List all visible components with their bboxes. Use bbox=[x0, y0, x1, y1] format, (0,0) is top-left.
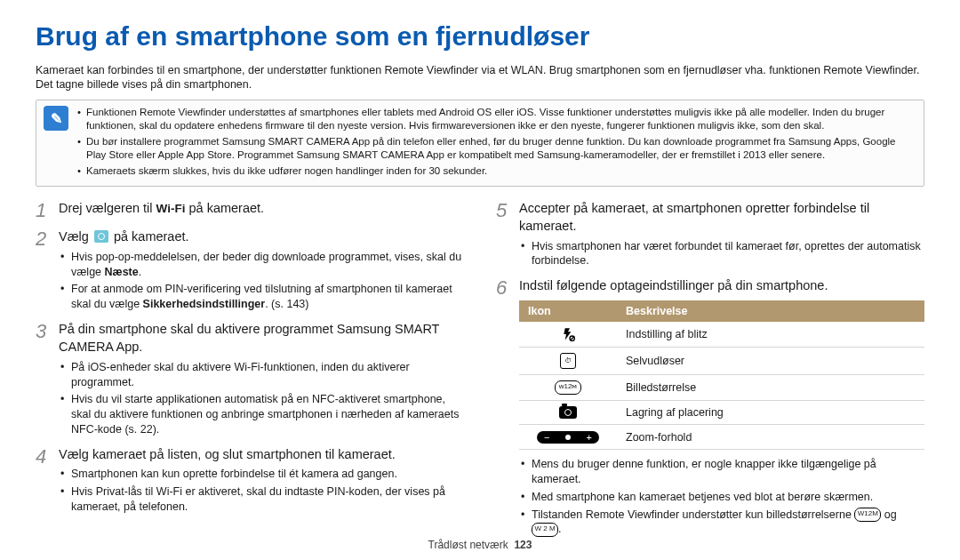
note-item: Kameraets skærm slukkes, hvis du ikke ud… bbox=[77, 164, 916, 178]
flash-icon bbox=[519, 322, 617, 348]
bullet-icon bbox=[77, 135, 86, 162]
step-text: Vælg på kameraet. bbox=[59, 228, 464, 245]
step-number: 5 bbox=[496, 199, 519, 271]
step-sub-item: Hvis smartphonen har været forbundet til… bbox=[519, 239, 924, 269]
note-text: Kameraets skærm slukkes, hvis du ikke ud… bbox=[86, 164, 487, 178]
table-header-icon: Ikon bbox=[519, 300, 617, 322]
step-2: 2 Vælg på kameraet. Hvis pop-op-meddelel… bbox=[36, 228, 464, 315]
settings-table: Ikon Beskrivelse Indstilling af blitz bbox=[519, 300, 924, 450]
bullet-icon bbox=[60, 484, 71, 515]
bullet-icon bbox=[60, 250, 71, 280]
bullet-icon bbox=[521, 490, 532, 505]
step-1: 1 Drej vælgeren til Wi-Fi på kameraet. bbox=[36, 199, 464, 222]
step-sub-item: Smartphonen kan kun oprette forbindelse … bbox=[59, 467, 464, 482]
camera-icon bbox=[519, 400, 617, 425]
step-sub-item: For at anmode om PIN-verificering ved ti… bbox=[59, 282, 464, 312]
step-number: 4 bbox=[36, 445, 59, 517]
document-page: Brug af en smartphone som en fjernudløse… bbox=[0, 0, 960, 560]
note-item: Funktionen Remote Viewfinder understøtte… bbox=[77, 106, 916, 132]
step-text: Indstil følgende optageindstillinger på … bbox=[519, 276, 924, 294]
bullet-icon bbox=[77, 106, 86, 132]
step-sub-item: Hvis pop-op-meddelelsen, der beder dig d… bbox=[59, 250, 464, 280]
step-number: 1 bbox=[36, 199, 59, 222]
step-4: 4 Vælg kameraet på listen, og slut smart… bbox=[36, 445, 464, 517]
table-cell: Selvudløser bbox=[617, 347, 924, 374]
zoom-icon bbox=[519, 425, 617, 450]
step-5: 5 Accepter på kameraet, at smartphonen o… bbox=[496, 199, 924, 271]
step-number: 3 bbox=[36, 320, 59, 440]
svg-line-1 bbox=[571, 336, 574, 340]
remote-viewfinder-icon bbox=[94, 230, 108, 243]
right-column: 5 Accepter på kameraet, at smartphonen o… bbox=[496, 199, 924, 545]
bullet-icon bbox=[77, 164, 86, 178]
table-row: Zoom-forhold bbox=[519, 425, 924, 450]
step-3: 3 På din smartphone skal du aktivere pro… bbox=[36, 320, 464, 440]
table-header-desc: Beskrivelse bbox=[617, 300, 924, 322]
bullet-icon bbox=[521, 508, 532, 538]
step-text: Accepter på kameraet, at smartphonen opr… bbox=[519, 199, 924, 236]
bullet-icon bbox=[60, 360, 71, 390]
note-list: Funktionen Remote Viewfinder understøtte… bbox=[77, 106, 916, 180]
page-title: Brug af en smartphone som en fjernudløse… bbox=[36, 21, 924, 52]
page-footer: Trådløst netværk 123 bbox=[0, 539, 960, 551]
step-number: 6 bbox=[496, 276, 519, 540]
intro-paragraph: Kameraet kan forbindes til en smartphone… bbox=[36, 63, 924, 93]
step-sub-item: Tilstanden Remote Viewfinder understøtte… bbox=[519, 508, 924, 538]
wifi-label: Wi-Fi bbox=[156, 202, 186, 215]
bullet-icon bbox=[521, 457, 532, 487]
table-cell: Billedstørrelse bbox=[617, 374, 924, 400]
size-badge-12m: W12M bbox=[854, 508, 881, 522]
footer-section: Trådløst netværk bbox=[428, 539, 508, 551]
step-sub-item: Hvis du vil starte applikationen automat… bbox=[59, 392, 464, 437]
step-sub-item: På iOS-enheder skal du aktivere Wi-Fi-fu… bbox=[59, 360, 464, 390]
step-sub-item: Med smartphone kan kameraet betjenes ved… bbox=[519, 490, 924, 505]
step-text: På din smartphone skal du aktivere progr… bbox=[59, 320, 464, 356]
table-row: Indstilling af blitz bbox=[519, 322, 924, 348]
note-item: Du bør installere programmet Samsung SMA… bbox=[77, 135, 916, 162]
step-text: Vælg kameraet på listen, og slut smartph… bbox=[59, 445, 464, 463]
size-badge-2m: W 2 M bbox=[532, 523, 558, 537]
table-row: w12ᴍ Billedstørrelse bbox=[519, 374, 924, 400]
note-icon: ✎ bbox=[44, 106, 68, 131]
step-text: Drej vælgeren til Wi-Fi på kameraet. bbox=[59, 199, 464, 218]
step-sub-item: Hvis Privat-lås til Wi-Fi er aktiveret, … bbox=[59, 484, 464, 515]
table-cell: Zoom-forhold bbox=[617, 425, 924, 450]
table-cell: Lagring af placering bbox=[617, 400, 924, 425]
step-6: 6 Indstil følgende optageindstillinger p… bbox=[496, 276, 924, 540]
bullet-icon bbox=[60, 282, 71, 312]
bullet-icon bbox=[60, 467, 71, 482]
table-row: Lagring af placering bbox=[519, 400, 924, 425]
step-sub-item: Mens du bruger denne funktion, er nogle … bbox=[519, 457, 924, 487]
note-text: Funktionen Remote Viewfinder understøtte… bbox=[86, 106, 916, 132]
timer-icon: ⏱ bbox=[519, 347, 617, 374]
table-cell: Indstilling af blitz bbox=[617, 322, 924, 348]
table-row: ⏱ Selvudløser bbox=[519, 347, 924, 374]
bullet-icon bbox=[60, 392, 71, 437]
note-box: ✎ Funktionen Remote Viewfinder understøt… bbox=[36, 100, 924, 187]
note-text: Du bør installere programmet Samsung SMA… bbox=[86, 135, 916, 162]
bullet-icon bbox=[521, 239, 532, 269]
step-number: 2 bbox=[36, 228, 59, 315]
content-columns: 1 Drej vælgeren til Wi-Fi på kameraet. 2… bbox=[36, 199, 924, 545]
left-column: 1 Drej vælgeren til Wi-Fi på kameraet. 2… bbox=[36, 199, 464, 545]
image-size-icon: w12ᴍ bbox=[519, 374, 617, 400]
page-number: 123 bbox=[514, 539, 532, 551]
